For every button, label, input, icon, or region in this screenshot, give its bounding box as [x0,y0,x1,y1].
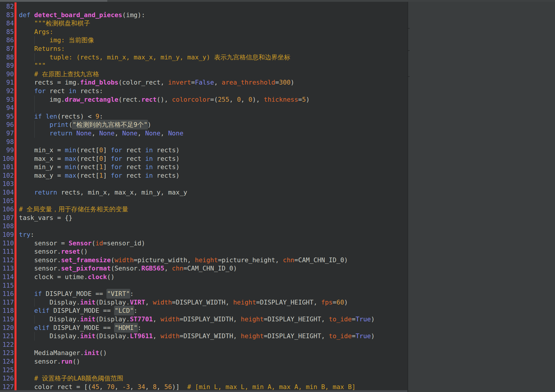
code-line[interactable]: 86 img: 当前图像 [0,36,408,45]
line-number[interactable]: 106 [0,205,14,214]
line-number[interactable]: 125 [0,366,14,375]
line-number[interactable]: 113 [0,264,14,273]
line-number[interactable]: 99 [0,146,14,155]
code-line[interactable]: 115 [0,281,408,290]
line-number[interactable]: 102 [0,171,14,180]
line-number[interactable]: 96 [0,121,14,129]
code-line[interactable]: 124 sensor.run() [0,357,408,366]
code-line[interactable]: 100 max_x = max(rect[0] for rect in rect… [0,155,408,163]
line-number[interactable]: 112 [0,256,14,265]
code-line[interactable]: 109try: [0,231,408,239]
horizontal-scrollbar-top[interactable] [0,0,555,2]
line-number[interactable]: 120 [0,324,14,332]
code-line[interactable]: 117 Display.init(Display.VIRT, width=DIS… [0,298,408,307]
code-line[interactable]: 102 max_y = max(rect[1] for rect in rect… [0,171,408,180]
code-line[interactable]: 106# 全局变量，用于存储任务相关的变量 [0,205,408,214]
code-line[interactable]: 88 tuple: (rects, min_x, max_x, min_y, m… [0,53,408,62]
line-number[interactable]: 121 [0,332,14,341]
code-line[interactable]: 112 sensor.set_framesize(width=picture_w… [0,256,408,265]
line-number[interactable]: 101 [0,163,14,171]
line-number[interactable]: 87 [0,45,14,53]
code-editor[interactable]: 8283def detect_board_and_pieces(img):84 … [0,2,408,392]
code-line[interactable]: 113 sensor.set_pixformat(Sensor.RGB565, … [0,264,408,273]
code-line[interactable]: 91 rects = img.find_blobs(color_rect, in… [0,78,408,87]
line-number[interactable]: 117 [0,298,14,307]
line-number[interactable]: 91 [0,78,14,87]
line-number[interactable]: 103 [0,180,14,188]
code-line[interactable]: 126 # 设置格子的LAB颜色阈值范围 [0,374,408,383]
line-number[interactable]: 100 [0,155,14,163]
code-line[interactable]: 83def detect_board_and_pieces(img): [0,11,408,20]
code-line[interactable]: 110 sensor = Sensor(id=sensor_id) [0,239,408,248]
code-line[interactable]: 92 for rect in rects: [0,87,408,95]
code-line[interactable]: 111 sensor.reset() [0,247,408,256]
code-line[interactable]: 89 """ [0,61,408,70]
line-number[interactable]: 119 [0,315,14,324]
code-token: to_ide [329,315,352,323]
code-line[interactable]: 105 [0,197,408,205]
code-line[interactable]: 121 Display.init(Display.LT9611, width=D… [0,332,408,341]
code-line[interactable]: 104 return rects, min_x, max_x, min_y, m… [0,188,408,197]
line-number[interactable]: 82 [0,2,14,11]
code-line[interactable]: 85 Args: [0,28,408,36]
line-number[interactable]: 88 [0,53,14,62]
code-line[interactable]: 90 # 在原图上查找九宫格 [0,70,408,79]
code-token: ] [103,146,111,154]
code-line[interactable]: 114 clock = utime.clock() [0,273,408,281]
code-text: Display.init(Display.ST7701, width=DISPL… [19,315,375,324]
code-line[interactable]: 93 img.draw_rectangle(rect.rect(), color… [0,95,408,104]
code-line[interactable]: 116 if DISPLAY_MODE == "VIRT": [0,290,408,298]
code-token: (rect[ [76,146,99,154]
code-line[interactable]: 108 [0,222,408,231]
code-line[interactable]: 120 elif DISPLAY_MODE == "HDMI": [0,324,408,332]
code-line[interactable]: 82 [0,2,408,11]
line-number[interactable]: 114 [0,273,14,281]
line-number[interactable]: 115 [0,281,14,290]
code-token: : [130,290,134,297]
code-line[interactable]: 84 """检测棋盘和棋子 [0,19,408,28]
code-line[interactable]: 103 [0,180,408,188]
line-number[interactable]: 97 [0,129,14,138]
line-number[interactable]: 110 [0,239,14,248]
code-line[interactable]: 99 min_x = min(rect[0] for rect in rects… [0,146,408,155]
code-line[interactable]: 101 min_y = min(rect[1] for rect in rect… [0,163,408,171]
code-line[interactable]: 94 [0,104,408,112]
line-number[interactable]: 93 [0,95,14,104]
line-number[interactable]: 126 [0,374,14,383]
line-number[interactable]: 92 [0,87,14,95]
line-number[interactable]: 122 [0,341,14,349]
scrollbar-thumb[interactable] [0,0,107,2]
line-number[interactable]: 108 [0,222,14,231]
line-number[interactable]: 111 [0,247,14,256]
code-line[interactable]: 95 if len(rects) < 9: [0,112,408,121]
code-line[interactable]: 125 [0,366,408,375]
line-number[interactable]: 105 [0,197,14,205]
code-line[interactable]: 119 Display.init(Display.ST7701, width=D… [0,315,408,324]
code-line[interactable]: 97 return None, None, None, None, None [0,129,408,138]
line-number[interactable]: 123 [0,349,14,357]
line-number[interactable]: 116 [0,290,14,298]
line-number[interactable]: 107 [0,214,14,222]
code-line[interactable]: 107task_vars = {} [0,214,408,222]
line-number[interactable]: 85 [0,28,14,36]
code-line[interactable]: 123 MediaManager.init() [0,349,408,357]
code-line[interactable]: 96 print("检测到的九宫格不足9个") [0,121,408,129]
line-number[interactable]: 83 [0,11,14,20]
code-line[interactable]: 87 Returns: [0,45,408,53]
line-number[interactable]: 98 [0,138,14,146]
code-line[interactable]: 118 elif DISPLAY_MODE == "LCD": [0,307,408,315]
line-number[interactable]: 95 [0,112,14,121]
line-number[interactable]: 94 [0,104,14,112]
line-number[interactable]: 86 [0,36,14,45]
horizontal-scrollbar-bottom[interactable] [0,390,408,392]
line-number[interactable]: 90 [0,70,14,79]
code-line[interactable]: 122 [0,341,408,349]
line-number[interactable]: 84 [0,19,14,28]
code-token: height [241,332,264,340]
line-number[interactable]: 89 [0,61,14,70]
line-number[interactable]: 118 [0,307,14,315]
line-number[interactable]: 124 [0,357,14,366]
code-line[interactable]: 98 [0,138,408,146]
line-number[interactable]: 104 [0,188,14,197]
line-number[interactable]: 109 [0,231,14,239]
